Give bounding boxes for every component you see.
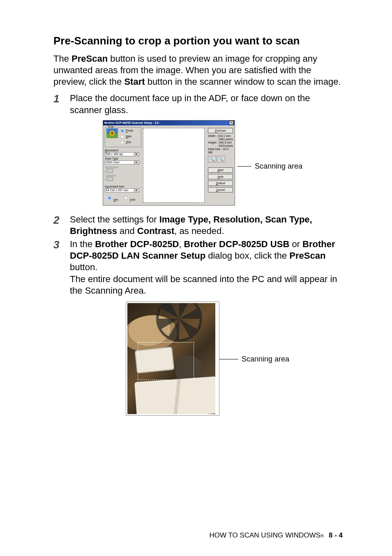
brightness-value-box <box>106 169 113 173</box>
section-heading: Pre-Scanning to crop a portion you want … <box>53 35 343 47</box>
text: PreScan <box>289 250 325 261</box>
step-3-body: In the Brother DCP-8025D, Brother DCP-80… <box>70 239 343 297</box>
text: The entire document will be scanned into… <box>70 274 337 296</box>
text: and <box>117 226 137 236</box>
scan-image-frame <box>126 301 219 416</box>
resolution-value: 300 x 300 dpi <box>106 153 123 156</box>
text: , as needed. <box>174 226 224 236</box>
text: dialog box, click the <box>205 250 289 261</box>
unit-mm-label: mm <box>113 198 118 201</box>
scanner-setup-dialog: Brother DCP-8025D Scanner Setup - 3.0 - … <box>103 120 235 206</box>
footer-text: HOW TO SCAN USING WINDOWS <box>209 531 320 540</box>
zoom-in-icon[interactable]: 🔍 <box>217 156 225 162</box>
callout-scanning-area-1: Scanning area <box>238 162 302 171</box>
info-height: Height : 290.3 mm <box>208 141 233 144</box>
cancel-button[interactable]: Cancel <box>208 187 233 192</box>
text: or <box>289 239 302 249</box>
text: Brother DCP-8025D <box>95 239 179 249</box>
chevron-down-icon: ▾ <box>134 161 138 164</box>
callout-label: Scanning area <box>242 355 289 364</box>
step-number-3: 3 <box>53 239 70 250</box>
scantype-value: 24bit Color <box>106 161 120 164</box>
step-number-2: 2 <box>53 214 70 225</box>
contrast-value-box <box>106 177 113 181</box>
page-number: 8 - 4 <box>329 531 343 540</box>
fan-object <box>156 303 202 342</box>
radio-web[interactable] <box>121 135 124 138</box>
default-button[interactable]: Default <box>208 181 233 186</box>
scan-image <box>127 303 215 414</box>
radio-photo-label: Photo <box>126 129 133 132</box>
thumbnail-preview <box>106 128 118 138</box>
radio-inch[interactable] <box>125 196 128 199</box>
scan-preview-area[interactable] <box>143 128 205 203</box>
chevron-down-icon: ▾ <box>134 153 138 156</box>
step-number-1: 1 <box>53 93 70 104</box>
info-height-px: 3429 pixels <box>208 144 233 148</box>
registered-icon: ® <box>321 533 324 538</box>
text: Start <box>124 76 145 87</box>
close-icon[interactable]: × <box>229 120 233 125</box>
text: PreScan <box>71 53 108 64</box>
contrast-label: Contrast <box>105 174 141 177</box>
radio-photo[interactable] <box>121 129 124 132</box>
text: In the <box>70 239 95 249</box>
step-1-body: Place the document face up in the ADF, o… <box>70 93 343 116</box>
chevron-down-icon: ▾ <box>134 189 138 192</box>
text: Contrast <box>137 226 174 236</box>
radio-text-label: Text <box>126 141 131 144</box>
docsize-value: A4 210 x 297 mm <box>106 189 128 192</box>
dialog-title: Brother DCP-8025D Scanner Setup - 3.0 - <box>104 121 160 124</box>
info-datasize: Data Size : 24.3 MB <box>208 148 233 154</box>
group-scan-label: Scan <box>107 125 115 128</box>
radio-text[interactable] <box>121 141 124 144</box>
prescan-button[interactable]: PreScan <box>208 128 233 133</box>
figure-scanned-image: Scanning area <box>126 301 331 416</box>
scanning-selection[interactable] <box>138 342 194 380</box>
text: Select the settings for <box>70 214 159 225</box>
callout-line <box>238 166 251 167</box>
intro-paragraph: The PreScan button is used to preview an… <box>53 53 343 88</box>
info-panel: Width : 210.1 mm 2481 pixels Height : 29… <box>208 134 233 154</box>
info-width: Width : 210.1 mm <box>208 134 233 138</box>
docsize-select[interactable]: A4 210 x 297 mm▾ <box>105 188 139 192</box>
text: button. <box>70 262 97 272</box>
scantype-select[interactable]: 24bit Color▾ <box>105 160 139 164</box>
radio-mm[interactable] <box>108 196 111 199</box>
brightness-label: Brightness <box>105 166 141 169</box>
step-2-body: Select the settings for Image Type, Reso… <box>70 214 343 237</box>
docsize-label: Document Size <box>105 185 141 188</box>
resolution-label: Resolution <box>105 149 141 152</box>
text: , <box>179 239 184 249</box>
unit-inch-label: inch <box>130 198 135 201</box>
callout-line <box>219 359 238 359</box>
page-footer: HOW TO SCAN USING WINDOWS® 8 - 4 <box>209 531 343 540</box>
start-button[interactable]: Start <box>208 167 233 173</box>
text: Brother DCP-8025D USB <box>184 239 290 249</box>
resolution-select[interactable]: 300 x 300 dpi▾ <box>105 152 139 156</box>
text: button in the scanner window to scan the… <box>145 76 341 87</box>
radio-web-label: Web <box>126 135 131 138</box>
help-button[interactable]: Help <box>208 174 233 179</box>
callout-scanning-area-2: Scanning area <box>219 355 289 364</box>
text: The <box>53 53 71 64</box>
scantype-label: Scan Type <box>105 157 141 160</box>
zoom-out-icon[interactable]: 🔍 <box>208 156 216 162</box>
callout-label: Scanning area <box>255 162 302 171</box>
figure-scanner-dialog: Brother DCP-8025D Scanner Setup - 3.0 - … <box>103 120 349 206</box>
info-width-px: 2481 pixels <box>208 138 233 141</box>
